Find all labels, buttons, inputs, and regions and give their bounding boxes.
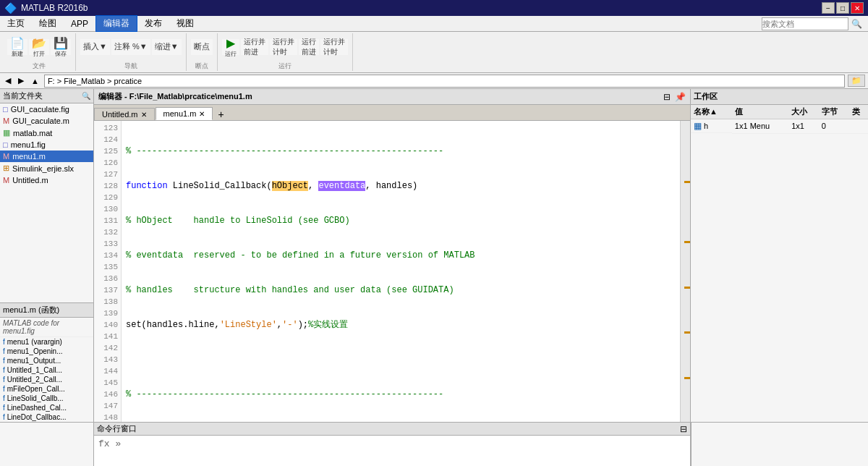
- code-line-126: % eventdata reserved - to be defined in …: [126, 250, 676, 261]
- stop-button[interactable]: 运行并计时: [320, 39, 348, 55]
- menu-home[interactable]: 主页: [0, 16, 32, 31]
- code-line-130: % --------------------------------------…: [126, 389, 676, 400]
- run-time-button[interactable]: 运行并计时: [270, 39, 297, 55]
- toolbar-area: 📄 新建 📂 打开 💾 保存 文件 插入▼ 注释 %▼ 缩进▼: [0, 32, 868, 73]
- run-advance-button[interactable]: 运行并前进: [241, 39, 268, 55]
- left-panel: 当前文件夹 🔍 □ GUI_caculate.fig M GUI_caculat…: [0, 89, 94, 422]
- browse-button[interactable]: 📁: [848, 75, 865, 87]
- fn-menu1-output[interactable]: fmenu1_Output...: [0, 356, 93, 365]
- workspace-panel: 工作区 名称▲ 值 大小 字节 类 ▦ h 1x1 Menu: [691, 89, 868, 422]
- open-button[interactable]: 📂 打开: [29, 39, 49, 55]
- fn-icon-2: f: [3, 347, 5, 355]
- code-content[interactable]: % --------------------------------------…: [122, 121, 680, 422]
- run-button[interactable]: ▶ 运行: [222, 39, 239, 55]
- fn-untitled2[interactable]: fUntitled_2_Call...: [0, 375, 93, 384]
- code-container[interactable]: 123124125126127 128129130131132 13313413…: [94, 121, 690, 422]
- file-item-gui-m[interactable]: M GUI_caculate.m: [0, 115, 93, 127]
- col-bytes[interactable]: 字节: [819, 105, 849, 119]
- col-name[interactable]: 名称▲: [691, 105, 732, 119]
- col-value[interactable]: 值: [732, 105, 788, 119]
- scroll-indicator[interactable]: [680, 121, 690, 422]
- prompt-label: fx »: [98, 439, 121, 449]
- scroll-mark-5: [684, 377, 690, 379]
- file-item-untitled[interactable]: M Untitled.m: [0, 174, 93, 186]
- file-item-gui-fig[interactable]: □ GUI_caculate.fig: [0, 103, 93, 115]
- titlebar-title: MATLAB R2016b: [21, 3, 88, 13]
- m-icon-3: M: [3, 176, 9, 185]
- file-item-menu1-m[interactable]: M menu1.m: [0, 151, 93, 162]
- files-search-icon[interactable]: 🔍: [82, 92, 90, 100]
- file-item-simulink[interactable]: ⊞ Simulink_erjie.slx: [0, 162, 93, 174]
- tab-untitled[interactable]: Untitled.m ✕: [94, 108, 155, 120]
- tabs-bar: Untitled.m ✕ menu1.m ✕ +: [94, 105, 690, 121]
- command-area: 命令行窗口 ⊟ fx »: [94, 423, 691, 466]
- command-title: 命令行窗口 ⊟: [94, 423, 690, 436]
- code-line-124: function LineSolid_Callback(hObject, eve…: [126, 180, 676, 192]
- collapse-icon[interactable]: ⊟: [663, 92, 671, 102]
- var-value: 1x1 Menu: [732, 119, 788, 134]
- editor-title: 编辑器 - F:\File_Matlab\prcatice\menu1.m: [98, 91, 252, 102]
- titlebar: 🔷 MATLAB R2016b − □ ✕: [0, 0, 868, 16]
- scroll-mark-2: [684, 241, 690, 243]
- menu-view[interactable]: 视图: [169, 16, 201, 31]
- command-input[interactable]: [124, 439, 686, 449]
- close-button[interactable]: ✕: [851, 2, 864, 14]
- menu-editor[interactable]: 编辑器: [95, 15, 137, 32]
- minimize-button[interactable]: −: [822, 2, 835, 14]
- addressbar: ◀ ▶ ▲ F: > File_Matlab > prcatice 📁: [0, 73, 868, 89]
- up-button[interactable]: ▲: [29, 76, 41, 86]
- fn-menu1-openin[interactable]: fmenu1_Openin...: [0, 347, 93, 356]
- command-input-area: fx »: [94, 436, 690, 452]
- titlebar-left: 🔷 MATLAB R2016b: [4, 2, 88, 14]
- comment-button[interactable]: 注释 %▼: [111, 39, 150, 55]
- col-size[interactable]: 大小: [788, 105, 819, 119]
- fn-untitled1[interactable]: fUntitled_1_Call...: [0, 365, 93, 375]
- file-item-matlab-mat[interactable]: ▦ matlab.mat: [0, 127, 93, 139]
- fn-linedot[interactable]: fLineDot_Callbac...: [0, 412, 93, 422]
- menubar: 主页 绘图 APP 编辑器 发布 视图 🔍: [0, 16, 868, 32]
- tab-close-menu1[interactable]: ✕: [199, 110, 205, 118]
- fn-mfileopen[interactable]: fmFileOpen_Call...: [0, 384, 93, 394]
- current-path[interactable]: F: > File_Matlab > prcatice: [44, 75, 845, 88]
- mat-icon: ▦: [3, 128, 10, 137]
- col-class[interactable]: 类: [849, 105, 868, 119]
- tab-close-untitled[interactable]: ✕: [141, 111, 147, 119]
- matlab-code-label: MATLAB code for menu1.fig: [0, 318, 93, 337]
- fn-icon-7: f: [3, 394, 5, 402]
- menu-plot[interactable]: 绘图: [32, 16, 64, 31]
- fn-menu1-varargin[interactable]: fmenu1 (varargin): [0, 337, 93, 347]
- fig-icon: □: [3, 105, 8, 114]
- scroll-mark-3: [684, 287, 690, 289]
- matlab-icon: 🔷: [4, 2, 17, 14]
- tab-add-button[interactable]: +: [213, 109, 228, 120]
- fn-linesolid[interactable]: fLineSolid_Callb...: [0, 394, 93, 403]
- fn-icon: f: [3, 338, 5, 346]
- new-button[interactable]: 📄 新建: [7, 39, 27, 55]
- files-header: 当前文件夹 🔍: [0, 89, 93, 103]
- titlebar-controls: − □ ✕: [822, 2, 864, 14]
- menu-app[interactable]: APP: [64, 17, 95, 30]
- insert-button[interactable]: 插入▼: [80, 39, 110, 55]
- step-button[interactable]: 运行前进: [299, 39, 319, 55]
- breakpoint-button[interactable]: 断点: [191, 39, 213, 55]
- save-button[interactable]: 💾 保存: [51, 39, 71, 55]
- forward-button[interactable]: ▶: [16, 75, 26, 86]
- editor-header: 编辑器 - F:\File_Matlab\prcatice\menu1.m ⊟ …: [94, 89, 690, 105]
- menu-publish[interactable]: 发布: [137, 16, 169, 31]
- workspace-table: 名称▲ 值 大小 字节 类 ▦ h 1x1 Menu 1x1 0: [691, 105, 868, 134]
- command-expand-icon[interactable]: ⊟: [680, 424, 687, 434]
- tab-menu1[interactable]: menu1.m ✕: [156, 107, 213, 120]
- file-list: □ GUI_caculate.fig M GUI_caculate.m ▦ ma…: [0, 103, 93, 302]
- search-icon[interactable]: 🔍: [851, 19, 862, 29]
- search-input[interactable]: [762, 17, 848, 30]
- back-button[interactable]: ◀: [3, 75, 13, 86]
- var-class: [849, 119, 868, 134]
- pin-icon[interactable]: 📌: [675, 92, 686, 102]
- indent-button[interactable]: 缩进▼: [152, 39, 182, 55]
- scroll-mark-4: [684, 331, 690, 334]
- workspace-row-h[interactable]: ▦ h 1x1 Menu 1x1 0: [691, 119, 868, 134]
- save-icon: 💾: [54, 36, 68, 50]
- maximize-button[interactable]: □: [836, 2, 849, 14]
- fn-linedashed[interactable]: fLineDashed_Cal...: [0, 403, 93, 412]
- file-item-menu1-fig[interactable]: □ menu1.fig: [0, 139, 93, 151]
